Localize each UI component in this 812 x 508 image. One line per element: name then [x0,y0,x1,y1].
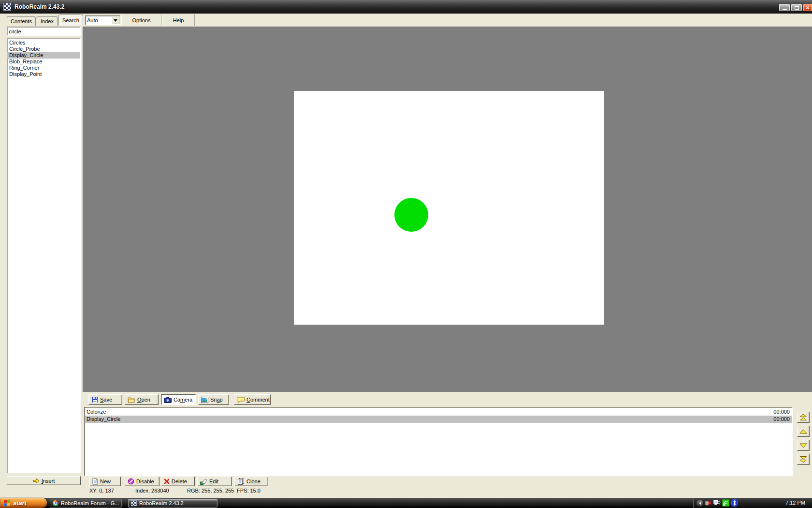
insert-button[interactable]: Insert [7,476,81,485]
pipeline-row-name: Display_Circle [85,416,120,423]
help-tab[interactable]: Index [37,16,58,26]
double-up-triangle-icon [799,414,807,421]
pipeline-list[interactable]: Colorize 00:000 Display_Circle 00:000 [84,407,793,476]
camera-button[interactable]: Camera [161,394,196,405]
snap-icon [201,397,208,403]
camera-image[interactable] [294,91,604,325]
new-document-icon [92,478,98,485]
status-rgb: RGB: 255, 255, 255 [187,488,234,495]
new-button-label: New [100,478,111,484]
screen: RoboRealm 2.43.2 × Contents Index Search… [0,0,812,508]
status-fps: FPS: 15.0 [237,488,261,495]
delete-x-icon [164,478,170,484]
pipeline-row-name: Colorize [85,408,106,416]
taskbar: start RoboRealm Forum - G... RoboRealm 2… [0,498,812,508]
snap-button-label: Snap [210,397,223,403]
bluetooth-tray-icon[interactable] [731,499,738,507]
taskbar-item-roborealm[interactable]: RoboRealm 2.43.2 [128,499,218,508]
disable-button[interactable]: Disable [125,477,160,486]
help-button-label: Help [173,17,184,23]
insert-icon [33,478,40,484]
options-button-label: Options [132,17,151,23]
open-button[interactable]: Open [125,394,159,405]
taskbar-item-browser[interactable]: RoboRealm Forum - G... [50,499,122,508]
help-button[interactable]: Help [162,15,195,26]
maximize-icon [795,6,799,10]
start-button[interactable]: start [0,498,47,508]
disable-button-label: Disable [136,478,154,484]
save-button-label: Save [100,397,112,403]
window-title: RoboRealm 2.43.2 [14,3,64,10]
open-button-label: Open [137,397,150,403]
search-result-item[interactable]: Circle_Probe [7,46,80,52]
chevron-left-icon [697,501,701,505]
help-tab-bar: Contents Index Search [7,15,84,26]
edit-button[interactable]: Edit [197,477,232,486]
edit-button-label: Edit [209,478,218,484]
help-tab[interactable]: Contents [7,16,36,26]
title-bar: RoboRealm 2.43.2 × [0,0,812,14]
edit-hand-icon [200,478,207,485]
search-result-item[interactable]: Circles [7,40,80,46]
taskbar-clock: 7:12 PM [785,498,805,508]
clone-button-label: Clone [246,478,261,484]
up-triangle-icon [799,429,807,434]
insert-button-label: Insert [42,478,55,484]
taskbar-item-label: RoboRealm 2.43.2 [139,500,184,506]
minimize-icon [783,9,787,10]
camera-icon [164,397,172,403]
camera-button-label: Camera [174,397,192,403]
status-index: Index: 263040 [135,488,169,495]
search-results-list: Circles Circle_Probe Display_Circle Blob… [7,38,81,473]
close-icon: × [806,4,810,11]
combobox-dropdown-button[interactable] [112,16,119,24]
open-folder-icon [128,396,135,403]
device-error-tray-icon[interactable] [705,499,712,507]
wireless-network-tray-icon[interactable] [722,499,729,507]
pipeline-row-time: 00:000 [773,416,792,423]
options-button[interactable]: Options [121,15,161,26]
chevron-down-icon [114,19,117,24]
search-input[interactable] [7,27,81,36]
comment-button-label: Comment [246,397,270,403]
save-button[interactable]: Save [88,394,122,405]
app-icon [3,3,11,11]
start-button-label: start [13,499,27,507]
new-button[interactable]: New [89,477,121,486]
system-tray: 7:12 PM [693,498,812,508]
roborealm-icon [131,500,137,506]
clone-pages-icon [237,478,245,485]
pipeline-row-time: 00:000 [773,408,792,416]
comment-button[interactable]: Comment [234,394,271,405]
detected-green-circle [394,198,428,232]
search-result-item[interactable]: Ring_Corner [7,65,80,71]
pipeline-row[interactable]: Colorize 00:000 [85,408,792,416]
maximize-button[interactable] [791,4,802,11]
down-triangle-icon [799,443,807,448]
search-result-item[interactable]: Display_Circle [7,52,80,59]
status-xy: XY: 0, 137 [89,488,114,495]
delete-button-label: Delete [172,478,187,484]
delete-button[interactable]: Delete [161,477,195,486]
camera-mode-select[interactable]: Auto [85,15,120,25]
move-down-button[interactable] [797,440,810,451]
search-result-item[interactable]: Blob_Replace [7,59,80,65]
search-result-item[interactable]: Display_Point [7,71,80,77]
display-signal-tray-icon[interactable] [713,499,721,507]
windows-flag-icon [4,499,10,506]
move-to-bottom-button[interactable] [797,454,810,465]
camera-mode-value: Auto [86,17,112,23]
help-tab[interactable]: Search [58,15,83,26]
close-button[interactable]: × [803,4,812,11]
comment-icon [237,397,245,403]
move-to-top-button[interactable] [797,412,810,423]
taskbar-item-label: RoboRealm Forum - G... [61,500,119,506]
snap-button[interactable]: Snap [198,394,229,405]
tray-collapse-button[interactable] [696,500,703,507]
minimize-button[interactable] [779,4,790,11]
move-up-button[interactable] [797,426,810,437]
clone-button[interactable]: Clone [234,477,268,486]
save-icon [91,396,98,403]
pipeline-row[interactable]: Display_Circle 00:000 [85,416,792,423]
disable-icon [128,478,134,485]
